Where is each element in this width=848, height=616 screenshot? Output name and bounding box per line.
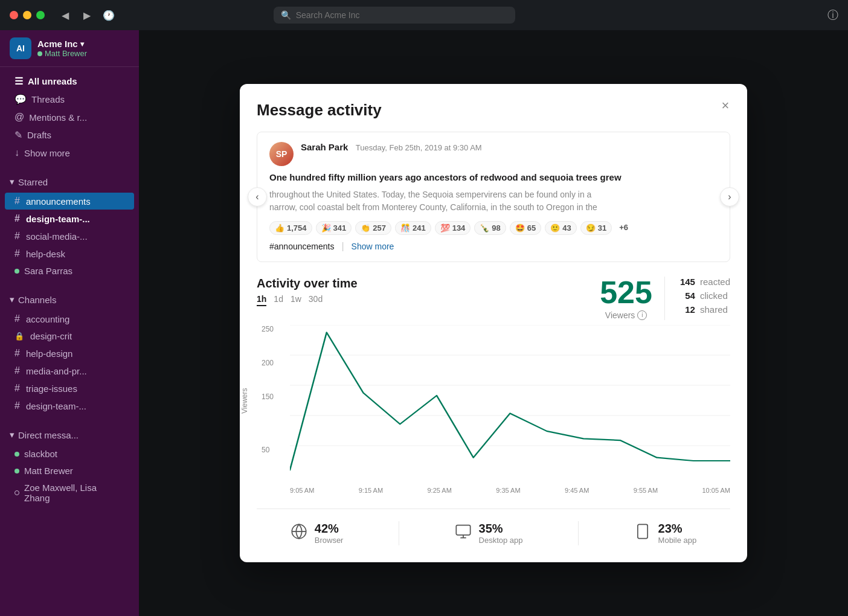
reaction-confetti[interactable]: 🎊241: [395, 221, 431, 235]
back-button[interactable]: ◀: [57, 7, 74, 24]
dm-header[interactable]: ▾ Direct messa...: [0, 425, 139, 445]
more-reactions[interactable]: +6: [615, 221, 632, 235]
hash-icon: #: [14, 400, 20, 411]
reaction-bottle[interactable]: 🍾98: [474, 221, 506, 235]
chart-svg: [290, 325, 730, 476]
modal-close-button[interactable]: ×: [716, 96, 735, 115]
sidebar-item-drafts[interactable]: ✎ Drafts: [5, 126, 134, 144]
y-label-50: 50: [262, 446, 269, 454]
away-dot-zoe: [14, 490, 19, 495]
desktop-icon: [455, 523, 472, 544]
sidebar-item-help-desk[interactable]: # help-desk: [5, 245, 134, 262]
hash-icon: #: [14, 313, 20, 324]
message-preview-1: throughout the United States. Today, the…: [269, 188, 718, 201]
sidebar-item-accounting[interactable]: # accounting: [5, 310, 134, 327]
message-text: One hundred fifty million years ago ance…: [269, 171, 718, 185]
mobile-pct: 23%: [658, 522, 697, 536]
time-filter-1h[interactable]: 1h: [257, 293, 266, 306]
starred-section: ▾ Starred # announcements # design-team-…: [0, 167, 139, 284]
search-icon: 🔍: [281, 10, 291, 20]
platform-divider-2: [578, 521, 579, 545]
forward-button[interactable]: ▶: [79, 7, 95, 24]
desktop-pct: 35%: [479, 522, 523, 536]
reaction-smile[interactable]: 🙂43: [545, 221, 576, 235]
sidebar-item-matt[interactable]: Matt Brewer: [5, 463, 134, 479]
message-header: SP Sarah Park Tuesday, Feb 25th, 2019 at…: [269, 142, 718, 166]
reaction-100[interactable]: 💯134: [435, 221, 471, 235]
x-label-945: 9:45 AM: [565, 487, 589, 494]
hash-icon: #: [14, 383, 20, 394]
message-nav-left-button[interactable]: ‹: [248, 187, 267, 207]
online-dot-matt: [14, 469, 19, 473]
sidebar-item-social-media[interactable]: # social-media-...: [5, 228, 134, 245]
reaction-starstruck[interactable]: 🤩65: [510, 221, 541, 235]
sidebar-item-triage[interactable]: # triage-issues: [5, 380, 134, 397]
nav-buttons: ◀ ▶ 🕐: [57, 7, 117, 24]
reaction-smirk[interactable]: 😏31: [580, 221, 612, 235]
browser-name: Browser: [315, 536, 344, 545]
activity-chart-area: Activity over time 1h 1d 1w 30d: [257, 277, 730, 494]
reaction-clap[interactable]: 👏257: [355, 221, 391, 235]
x-axis-labels: 9:05 AM 9:15 AM 9:25 AM 9:35 AM 9:45 AM …: [290, 487, 730, 494]
sidebar-item-zoe[interactable]: Zoe Maxwell, Lisa Zhang: [5, 480, 134, 506]
desktop-name: Desktop app: [479, 536, 523, 545]
x-label-955: 9:55 AM: [634, 487, 658, 494]
hash-icon: #: [14, 348, 20, 359]
chevron-down-icon-dm: ▾: [10, 429, 14, 440]
modal-title: Message activity: [257, 101, 730, 120]
reaction-thumbsup[interactable]: 👍1,754: [269, 221, 312, 235]
sidebar-item-slackbot[interactable]: slackbot: [5, 446, 134, 462]
sidebar-item-design-crit[interactable]: 🔒 design-crit: [5, 328, 134, 344]
sidebar-item-mentions[interactable]: @ Mentions & r...: [5, 109, 134, 126]
stats-panel: 525 Viewers i 145 reacted: [600, 277, 730, 320]
mentions-icon: @: [14, 112, 24, 123]
main-layout: AI Acme Inc ▾ Matt Brewer ☰ All unreads …: [0, 30, 848, 616]
stat-reacted: 145 reacted: [677, 277, 730, 287]
starred-header[interactable]: ▾ Starred: [0, 172, 139, 192]
time-filters: 1h 1d 1w 30d: [257, 293, 358, 306]
message-nav-right-button[interactable]: ›: [720, 187, 739, 207]
fullscreen-traffic-light[interactable]: [36, 11, 45, 19]
time-filter-1d[interactable]: 1d: [274, 293, 283, 306]
viewers-info-icon[interactable]: i: [637, 310, 647, 320]
sidebar-item-design-team2[interactable]: # design-team-...: [5, 397, 134, 414]
history-button[interactable]: 🕐: [100, 7, 117, 24]
sidebar-item-help-design[interactable]: # help-design: [5, 345, 134, 362]
globe-icon: [291, 523, 307, 544]
time-filter-1w[interactable]: 1w: [291, 293, 301, 306]
chevron-down-icon-channels: ▾: [10, 294, 14, 305]
browser-info: 42% Browser: [315, 522, 344, 545]
search-bar[interactable]: 🔍: [274, 7, 515, 24]
workspace-info: Acme Inc ▾ Matt Brewer: [37, 39, 129, 58]
search-input[interactable]: [296, 10, 508, 20]
help-icon[interactable]: ⓘ: [827, 8, 838, 22]
sidebar-item-design-team[interactable]: # design-team-...: [5, 210, 134, 227]
traffic-lights: [10, 11, 45, 19]
sidebar-item-all-unreads[interactable]: ☰ All unreads: [5, 72, 134, 90]
sidebar-item-media[interactable]: # media-and-pr...: [5, 362, 134, 379]
reaction-tada[interactable]: 🎉341: [316, 221, 352, 235]
x-label-1005: 10:05 AM: [702, 487, 730, 494]
activity-title: Activity over time: [257, 277, 358, 290]
viewers-number: 525: [600, 277, 652, 308]
sidebar-item-sara[interactable]: Sara Parras: [5, 263, 134, 279]
message-meta: Sarah Park Tuesday, Feb 25th, 2019 at 9:…: [301, 142, 718, 153]
message-footer: #announcements | Show more: [269, 241, 718, 252]
chevron-down-icon: ↓: [14, 147, 19, 158]
y-label-200: 200: [262, 359, 274, 367]
close-traffic-light[interactable]: [10, 11, 18, 19]
viewers-label: Viewers i: [600, 310, 652, 320]
time-filter-30d[interactable]: 30d: [309, 293, 323, 306]
show-more-link[interactable]: Show more: [352, 242, 394, 251]
dm-section: ▾ Direct messa... slackbot Matt Brewer Z…: [0, 420, 139, 512]
chart-y-axis-label: Viewers: [240, 388, 249, 413]
minimize-traffic-light[interactable]: [23, 11, 31, 19]
hash-icon: #: [14, 231, 20, 242]
y-label-150: 150: [262, 393, 274, 401]
content-area: Message activity × ‹ › SP Sarah Park Tue…: [139, 30, 848, 616]
sidebar-item-threads[interactable]: 💬 Threads: [5, 91, 134, 108]
sidebar-item-announcements[interactable]: # announcements: [5, 193, 134, 210]
workspace-name[interactable]: Acme Inc ▾: [37, 39, 129, 49]
sidebar-item-show-more[interactable]: ↓ Show more: [5, 144, 134, 161]
channels-header[interactable]: ▾ Channels: [0, 289, 139, 310]
